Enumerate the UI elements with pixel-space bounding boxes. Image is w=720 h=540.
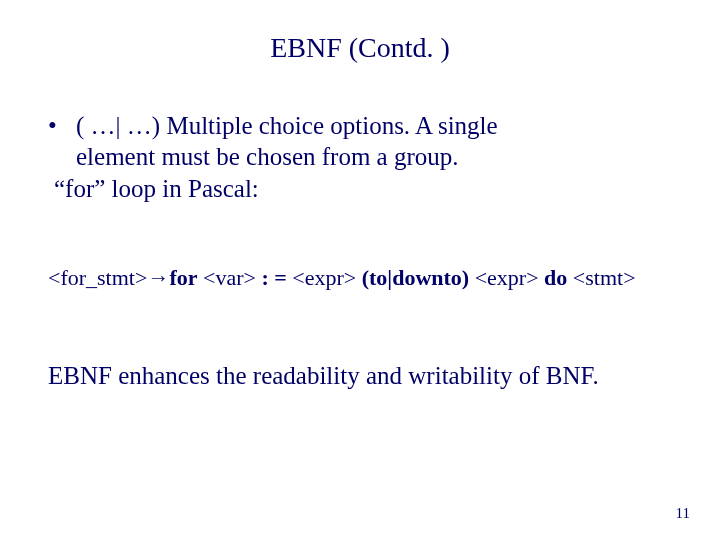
page-number: 11 — [676, 505, 690, 522]
code-nonterm-var: <var> — [197, 265, 261, 290]
grammar-rule: <for_stmt>→for <var> : = <expr> (to|down… — [48, 265, 688, 291]
arrow-icon: → — [147, 265, 169, 290]
body-text: • ( …| …) Multiple choice options. A sin… — [48, 110, 676, 204]
bullet-text-1: ( …| …) Multiple choice options. A singl… — [76, 110, 498, 141]
bullet-line-2: element must be chosen from a group. — [48, 141, 676, 172]
code-nonterm-expr-2: <expr> — [469, 265, 544, 290]
slide: EBNF (Contd. ) • ( …| …) Multiple choice… — [0, 0, 720, 540]
code-to-downto: (to|downto) — [362, 265, 470, 290]
code-nonterm-stmt: <stmt> — [567, 265, 635, 290]
bullet-line-1: • ( …| …) Multiple choice options. A sin… — [48, 110, 676, 141]
slide-title: EBNF (Contd. ) — [0, 32, 720, 64]
code-assign: : = — [261, 265, 286, 290]
code-nonterm-forstmt: <for_stmt> — [48, 265, 147, 290]
pascal-line: “for” loop in Pascal: — [48, 173, 676, 204]
closing-paragraph: EBNF enhances the readability and writab… — [48, 360, 676, 393]
bullet-text-2: element must be chosen from a group. — [76, 141, 459, 172]
code-kw-do: do — [544, 265, 567, 290]
bullet-symbol: • — [48, 110, 76, 141]
bullet-indent — [48, 141, 76, 172]
code-nonterm-expr-1: <expr> — [287, 265, 362, 290]
code-kw-for: for — [169, 265, 197, 290]
